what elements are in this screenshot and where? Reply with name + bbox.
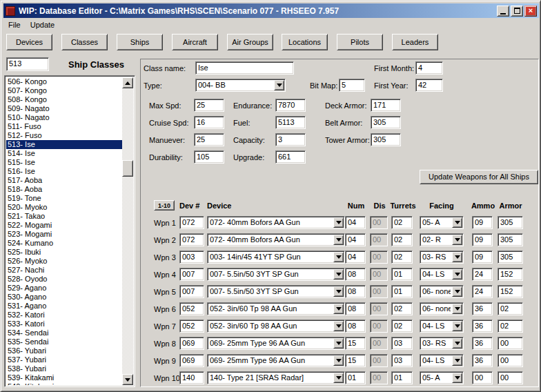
manuever-field[interactable]: 25 [194,133,224,146]
list-item[interactable]: 510- Nagato [6,113,122,122]
weapon-facing-select[interactable]: 04- LS [420,320,464,333]
weapon-turrets-field[interactable]: 02 [391,320,413,333]
weapon-ammo-field[interactable]: 24 [472,285,493,298]
weapon-device-select[interactable]: 140- Type 21 [SRAS Radar] [207,371,345,384]
weapon-armor-field[interactable]: 152 [498,268,523,281]
list-item[interactable]: 519- Tone [6,194,122,203]
weapon-ammo-field[interactable]: 09 [472,233,493,246]
tab-ships[interactable]: Ships [117,34,163,50]
deck-armor-field[interactable]: 171 [371,99,401,112]
weapon-dev-field[interactable]: 052 [179,320,204,333]
weapon-facing-select[interactable]: 02- R [420,233,464,246]
list-item[interactable]: 507- Kongo [6,86,122,95]
chevron-down-icon[interactable] [452,304,462,314]
weapon-device-select[interactable]: 007- 5.5in/50 3YT SP Gun [207,285,345,298]
maximize-button[interactable] [511,6,523,17]
tab-pilots[interactable]: Pilots [337,34,383,50]
weapon-armor-field[interactable]: 305 [498,251,523,264]
weapon-facing-select[interactable]: 06- none [420,285,464,298]
weapon-device-select[interactable]: 072- 40mm Bofors AA Gun [207,216,345,229]
weapon-armor-field[interactable]: 02 [498,320,523,333]
cruise-spd-field[interactable]: 16 [194,116,224,129]
durability-field[interactable]: 105 [194,150,224,164]
chevron-down-icon[interactable] [333,373,344,383]
weapon-num-field[interactable]: 15 [345,337,366,350]
chevron-down-icon[interactable] [333,217,344,228]
list-item[interactable]: 517- Aoba [6,176,122,185]
list-item[interactable]: 513- Ise [6,140,122,149]
fuel-field[interactable]: 5113 [275,116,306,129]
list-item[interactable]: 508- Kongo [6,95,122,104]
weapon-device-select[interactable]: 069- 25mm Type 96 AA Gun [207,337,345,350]
chevron-down-icon[interactable] [452,338,462,349]
chevron-down-icon[interactable] [452,321,462,331]
weapon-dev-field[interactable]: 069 [179,337,204,350]
capacity-field[interactable]: 3 [275,133,306,146]
chevron-down-icon[interactable] [333,252,344,262]
weapon-ammo-field[interactable]: 00 [472,371,493,384]
weapon-range-button[interactable]: 1-10 [154,200,175,210]
list-item[interactable]: 518- Aoba [6,185,122,194]
weapon-turrets-field[interactable]: 01 [391,371,413,384]
weapon-ammo-field[interactable]: 09 [472,251,493,264]
weapon-facing-select[interactable]: 05- A [420,216,464,229]
weapon-ammo-field[interactable]: 24 [472,268,493,281]
weapon-num-field[interactable]: 08 [345,302,366,315]
chevron-down-icon[interactable] [452,355,462,366]
first-year-field[interactable]: 42 [415,79,443,92]
weapon-num-field[interactable]: 04 [345,233,366,246]
weapon-dev-field[interactable]: 069 [179,354,204,367]
weapon-dev-field[interactable]: 072 [179,216,204,229]
list-item[interactable]: 514- Ise [6,149,122,158]
weapon-device-select[interactable]: 052- 3in/60 Tp 98 AA Gun [207,302,345,315]
chevron-down-icon[interactable] [452,269,462,280]
weapon-armor-field[interactable]: 00 [498,354,523,367]
weapon-armor-field[interactable]: 305 [498,216,523,229]
weapon-facing-select[interactable]: 04- LS [420,354,464,367]
minimize-button[interactable] [497,6,509,17]
weapon-facing-select[interactable]: 05- A [420,371,464,384]
weapon-turrets-field[interactable]: 01 [391,285,413,298]
weapon-turrets-field[interactable]: 03 [391,337,413,350]
chevron-down-icon[interactable] [452,286,462,297]
close-button[interactable]: × [524,6,537,17]
list-item[interactable]: 512- Fuso [6,131,122,140]
tab-devices[interactable]: Devices [6,34,52,50]
tab-aircraft[interactable]: Aircraft [172,34,218,50]
weapon-turrets-field[interactable]: 02 [391,233,413,246]
tab-classes[interactable]: Classes [61,34,108,50]
chevron-down-icon[interactable] [333,286,344,297]
weapon-armor-field[interactable]: 152 [498,285,523,298]
menu-item-update[interactable]: Update [26,19,59,32]
weapon-turrets-field[interactable]: 01 [391,268,413,281]
scroll-up-button[interactable] [122,77,133,88]
weapon-ammo-field[interactable]: 36 [472,354,493,367]
weapon-dev-field[interactable]: 052 [179,302,204,315]
weapon-num-field[interactable]: 08 [345,285,366,298]
weapon-device-select[interactable]: 072- 40mm Bofors AA Gun [207,233,345,246]
weapon-armor-field[interactable]: 305 [498,233,523,246]
weapon-ammo-field[interactable]: 36 [472,337,493,350]
list-item[interactable]: 509- Nagato [6,104,122,113]
weapon-facing-select[interactable]: 03- RS [420,251,464,264]
weapon-armor-field[interactable]: 02 [498,302,523,315]
tab-leaders[interactable]: Leaders [392,34,438,50]
list-item[interactable]: 520- Myoko [6,203,122,212]
weapon-num-field[interactable]: 01 [345,371,366,384]
chevron-down-icon[interactable] [452,217,462,228]
menu-item-file[interactable]: File [3,19,26,32]
weapon-dev-field[interactable]: 072 [179,233,204,246]
weapon-turrets-field[interactable]: 02 [391,302,413,315]
weapon-num-field[interactable]: 04 [345,251,366,264]
type-select[interactable]: 004- BB [195,79,286,92]
weapon-num-field[interactable]: 15 [345,354,366,367]
weapon-num-field[interactable]: 08 [345,320,366,333]
tab-locations[interactable]: Locations [282,34,328,50]
weapon-dev-field[interactable]: 003 [179,251,204,264]
weapon-turrets-field[interactable]: 02 [391,216,413,229]
weapon-num-field[interactable]: 08 [345,268,366,281]
weapon-device-select[interactable]: 052- 3in/60 Tp 98 AA Gun [207,320,345,333]
list-item[interactable]: 511- Fuso [6,122,122,131]
chevron-down-icon[interactable] [452,373,462,383]
max-spd-field[interactable]: 25 [194,99,224,112]
